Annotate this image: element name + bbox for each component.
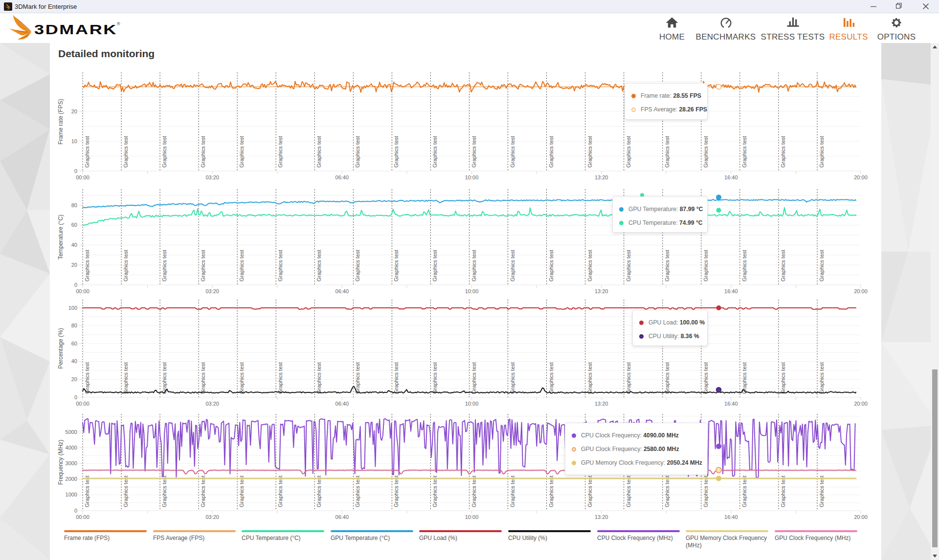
- svg-text:3000: 3000: [66, 460, 77, 466]
- svg-text:Graphics test: Graphics test: [316, 475, 322, 507]
- svg-text:10:00: 10:00: [465, 514, 479, 520]
- svg-text:16:40: 16:40: [724, 288, 738, 294]
- svg-text:Graphics test: Graphics test: [626, 136, 631, 168]
- svg-text:2000: 2000: [66, 476, 77, 482]
- svg-text:10:00: 10:00: [465, 288, 479, 294]
- svg-text:Graphics test: Graphics test: [84, 475, 90, 507]
- svg-text:100: 100: [68, 305, 77, 311]
- svg-text:Graphics test: Graphics test: [161, 136, 167, 168]
- svg-text:Graphics test: Graphics test: [239, 250, 245, 281]
- svg-text:03:20: 03:20: [205, 401, 219, 407]
- svg-text:Graphics test: Graphics test: [161, 475, 167, 507]
- svg-text:Graphics test: Graphics test: [471, 250, 477, 281]
- svg-text:03:20: 03:20: [205, 174, 219, 180]
- svg-text:60: 60: [71, 341, 77, 346]
- svg-text:Graphics test: Graphics test: [780, 250, 786, 281]
- svg-text:Graphics test: Graphics test: [819, 475, 825, 507]
- svg-text:06:40: 06:40: [335, 174, 349, 180]
- svg-text:06:40: 06:40: [335, 288, 349, 294]
- svg-text:Graphics test: Graphics test: [355, 475, 360, 507]
- svg-text:Graphics test: Graphics test: [277, 136, 283, 168]
- svg-text:20:00: 20:00: [854, 174, 868, 180]
- svg-text:Graphics test: Graphics test: [741, 475, 747, 507]
- svg-text:Graphics test: Graphics test: [277, 475, 283, 507]
- svg-text:Graphics test: Graphics test: [393, 362, 399, 394]
- svg-text:Graphics test: Graphics test: [316, 136, 322, 168]
- svg-text:Graphics test: Graphics test: [819, 362, 825, 394]
- svg-text:10:00: 10:00: [465, 401, 479, 407]
- svg-text:0: 0: [74, 282, 77, 288]
- svg-text:Graphics test: Graphics test: [703, 250, 709, 281]
- svg-text:Graphics test: Graphics test: [432, 475, 438, 507]
- svg-text:16:40: 16:40: [724, 174, 738, 180]
- svg-text:13:20: 13:20: [595, 401, 608, 407]
- svg-text:Graphics test: Graphics test: [780, 362, 786, 394]
- svg-text:Graphics test: Graphics test: [780, 475, 786, 507]
- svg-text:Graphics test: Graphics test: [84, 136, 90, 168]
- svg-text:Graphics test: Graphics test: [626, 362, 631, 394]
- svg-text:Graphics test: Graphics test: [355, 136, 360, 168]
- svg-text:Frame rate (FPS): Frame rate (FPS): [57, 99, 64, 144]
- svg-text:Graphics test: Graphics test: [277, 250, 283, 281]
- svg-text:03:20: 03:20: [205, 514, 219, 520]
- svg-text:Graphics test: Graphics test: [316, 362, 322, 394]
- svg-text:Graphics test: Graphics test: [123, 475, 129, 507]
- svg-text:Graphics test: Graphics test: [393, 250, 399, 281]
- svg-text:5000: 5000: [66, 429, 77, 435]
- svg-text:20:00: 20:00: [854, 514, 868, 520]
- svg-text:80: 80: [71, 323, 77, 328]
- svg-text:Graphics test: Graphics test: [316, 250, 322, 281]
- svg-text:Graphics test: Graphics test: [200, 475, 206, 507]
- svg-text:Graphics test: Graphics test: [471, 136, 477, 168]
- svg-text:Graphics test: Graphics test: [664, 250, 670, 281]
- svg-text:13:20: 13:20: [595, 174, 608, 180]
- svg-text:Graphics test: Graphics test: [741, 362, 747, 394]
- svg-text:0: 0: [74, 394, 77, 400]
- svg-text:Graphics test: Graphics test: [510, 362, 515, 394]
- svg-text:Graphics test: Graphics test: [664, 475, 670, 507]
- svg-text:Graphics test: Graphics test: [432, 250, 438, 281]
- svg-text:Graphics test: Graphics test: [548, 136, 554, 168]
- svg-text:10:00: 10:00: [465, 174, 479, 180]
- svg-text:Graphics test: Graphics test: [277, 362, 283, 394]
- svg-text:03:20: 03:20: [205, 288, 219, 294]
- svg-text:Percentage (%): Percentage (%): [57, 328, 64, 368]
- svg-text:16:40: 16:40: [724, 401, 738, 407]
- svg-text:20:00: 20:00: [854, 401, 868, 407]
- svg-text:20: 20: [71, 108, 77, 114]
- svg-text:06:40: 06:40: [335, 514, 349, 520]
- svg-text:Graphics test: Graphics test: [393, 475, 399, 507]
- svg-text:Graphics test: Graphics test: [471, 362, 477, 394]
- svg-text:Graphics test: Graphics test: [587, 136, 593, 168]
- svg-text:20:00: 20:00: [854, 288, 868, 294]
- svg-text:Graphics test: Graphics test: [84, 250, 90, 281]
- svg-text:40: 40: [71, 242, 77, 248]
- svg-text:Graphics test: Graphics test: [123, 250, 129, 281]
- svg-text:00:00: 00:00: [76, 401, 89, 407]
- svg-text:Graphics test: Graphics test: [510, 250, 515, 281]
- svg-text:Graphics test: Graphics test: [548, 475, 554, 507]
- svg-text:00:00: 00:00: [76, 288, 89, 294]
- svg-text:Graphics test: Graphics test: [664, 362, 670, 394]
- svg-text:Graphics test: Graphics test: [161, 362, 167, 394]
- svg-text:60: 60: [71, 222, 77, 228]
- svg-text:Graphics test: Graphics test: [703, 475, 709, 507]
- svg-text:Graphics test: Graphics test: [664, 136, 670, 168]
- svg-text:16:40: 16:40: [724, 514, 738, 520]
- svg-text:20: 20: [71, 262, 77, 268]
- svg-text:0: 0: [74, 168, 77, 174]
- svg-text:Graphics test: Graphics test: [123, 362, 129, 394]
- svg-text:Graphics test: Graphics test: [510, 475, 515, 507]
- svg-text:Graphics test: Graphics test: [200, 136, 206, 168]
- svg-text:Graphics test: Graphics test: [626, 475, 631, 507]
- svg-text:Graphics test: Graphics test: [161, 250, 167, 281]
- svg-text:Graphics test: Graphics test: [587, 250, 593, 281]
- svg-text:Graphics test: Graphics test: [432, 136, 438, 168]
- svg-text:Graphics test: Graphics test: [703, 136, 709, 168]
- svg-text:1000: 1000: [66, 492, 77, 497]
- svg-text:Graphics test: Graphics test: [548, 362, 554, 394]
- svg-text:13:20: 13:20: [595, 288, 608, 294]
- svg-text:Graphics test: Graphics test: [510, 136, 515, 168]
- svg-text:Graphics test: Graphics test: [819, 250, 825, 281]
- svg-text:40: 40: [71, 358, 77, 364]
